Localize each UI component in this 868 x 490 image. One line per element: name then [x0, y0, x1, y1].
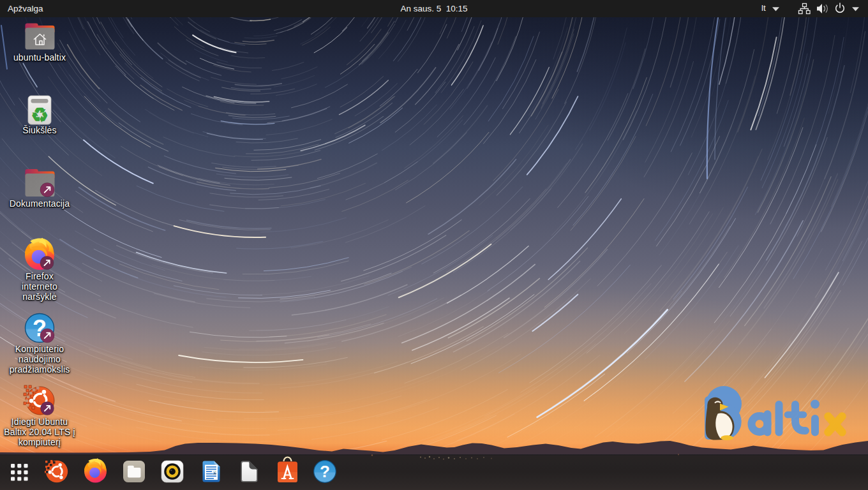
svg-text:?: ?: [320, 462, 330, 481]
svg-text:♻: ♻: [31, 104, 49, 126]
